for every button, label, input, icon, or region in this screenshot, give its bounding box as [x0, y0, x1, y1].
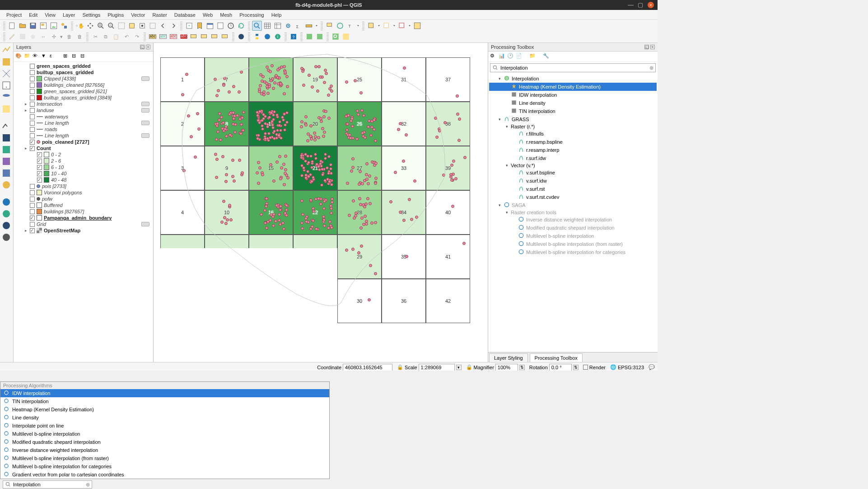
layer-item[interactable]: 6 - 10: [14, 164, 152, 170]
zoom-next-icon[interactable]: [168, 21, 178, 31]
layer-checkbox[interactable]: [30, 108, 35, 113]
menu-vector[interactable]: Vector: [127, 11, 149, 19]
copy-icon[interactable]: ⧉: [101, 32, 111, 42]
layer-checkbox[interactable]: [30, 127, 35, 132]
layer-style-icon[interactable]: 🎨: [15, 53, 23, 60]
layer-item[interactable]: ▸OpenStreetMap: [14, 227, 152, 234]
panel-close-icon[interactable]: ×: [146, 45, 150, 49]
lock-icon[interactable]: 🔒: [466, 364, 472, 370]
menu-processing[interactable]: Processing: [236, 11, 267, 19]
proc-node[interactable]: ▾SAGA: [489, 201, 657, 209]
layer-item[interactable]: Voronoi polygons: [14, 189, 152, 196]
layer-checkbox[interactable]: [30, 95, 35, 100]
layer-checkbox[interactable]: [30, 89, 35, 94]
new-annotation-icon[interactable]: [335, 21, 345, 31]
proc-node[interactable]: v.surf.bspline: [489, 169, 657, 177]
menu-project[interactable]: Project: [3, 11, 25, 19]
layer-checkbox[interactable]: [37, 178, 42, 183]
layer-item[interactable]: buildings [827657]: [14, 208, 152, 215]
zoom-native-icon[interactable]: [148, 21, 158, 31]
layer-checkbox[interactable]: [30, 228, 35, 233]
proc-node[interactable]: Inverse distance weighted interpolation: [489, 216, 657, 224]
proc-node[interactable]: IDW interpolation: [489, 91, 657, 99]
add-virtual-icon[interactable]: [1, 103, 12, 114]
cut-icon[interactable]: ✂: [90, 32, 100, 42]
proc-history-icon[interactable]: 🕐: [507, 53, 514, 60]
scale-input[interactable]: [419, 364, 455, 371]
layer-item[interactable]: builtup_spaces_gridded [3849]: [14, 94, 152, 101]
label-tool6-icon[interactable]: [200, 32, 210, 42]
refresh-icon[interactable]: [236, 21, 246, 31]
layer-item[interactable]: Clipped [4338]: [14, 75, 152, 82]
layer-item[interactable]: 40 - 48: [14, 177, 152, 183]
layer-expandall-icon[interactable]: ⊞: [63, 53, 70, 60]
proc-node[interactable]: v.surf.idw: [489, 177, 657, 185]
panel-close-icon[interactable]: ×: [650, 45, 655, 49]
edit-pencil-icon[interactable]: [7, 32, 17, 42]
python-icon[interactable]: [252, 32, 262, 42]
delete-icon[interactable]: 🗑: [64, 32, 74, 42]
rotation-input[interactable]: [549, 364, 572, 371]
proc-node[interactable]: ▾Raster (r.*): [489, 123, 657, 130]
scale-dropdown-icon[interactable]: ▾: [456, 365, 462, 370]
layer-checkbox[interactable]: [30, 70, 35, 75]
proc-results-icon[interactable]: 📁: [529, 53, 537, 60]
mag-spin-icon[interactable]: ⇅: [519, 365, 525, 370]
select-expr-dropdown-icon[interactable]: [392, 21, 397, 31]
layer-item[interactable]: buildings_cleaned [827656]: [14, 82, 152, 88]
save-icon[interactable]: [28, 21, 38, 31]
layer-checkbox[interactable]: [30, 197, 35, 202]
temporal-controller-icon[interactable]: [226, 21, 236, 31]
label-abc-icon[interactable]: abc: [148, 32, 158, 42]
label-tool5-icon[interactable]: [189, 32, 199, 42]
layer-item[interactable]: Buffered: [14, 202, 152, 208]
panel-undock-icon[interactable]: ◱: [140, 45, 145, 49]
proc-gear-icon[interactable]: ⚙: [490, 53, 497, 60]
field-calc-icon[interactable]: [273, 21, 283, 31]
zoom-last-icon[interactable]: [158, 21, 168, 31]
label-tool2-icon[interactable]: abc: [158, 32, 168, 42]
osm-tool2-icon[interactable]: [315, 32, 325, 42]
label-tool7-icon[interactable]: [210, 32, 220, 42]
zoom-layer-icon[interactable]: [137, 21, 147, 31]
layer-item[interactable]: pois_cleaned [2727]: [14, 139, 152, 145]
node-tool-icon[interactable]: ✢: [49, 32, 59, 42]
coord-input[interactable]: [343, 364, 392, 371]
zoom-full-icon[interactable]: [117, 21, 126, 31]
layer-filter-icon[interactable]: ▼: [41, 53, 48, 60]
proc-script-icon[interactable]: 📄: [516, 53, 523, 60]
layer-item[interactable]: pofw: [14, 196, 152, 202]
menu-mesh[interactable]: Mesh: [216, 11, 236, 19]
add-delimited-icon[interactable]: ,: [1, 80, 12, 91]
proc-node[interactable]: Multilevel b-spline interpolation: [489, 232, 657, 240]
layer-checkbox[interactable]: [30, 83, 35, 88]
select-all-icon[interactable]: [412, 21, 422, 31]
undo-icon[interactable]: ↶: [121, 32, 131, 42]
pan-to-selection-icon[interactable]: [85, 21, 95, 31]
new-geopackage-icon[interactable]: [1, 144, 12, 155]
close-icon[interactable]: ×: [648, 2, 654, 8]
proc-node[interactable]: Heatmap (Kernel Density Estimation): [489, 83, 657, 91]
menu-edit[interactable]: Edit: [25, 11, 41, 19]
menu-view[interactable]: View: [41, 11, 59, 19]
rot-spin-icon[interactable]: ⇅: [573, 365, 579, 370]
menu-plugins[interactable]: Plugins: [104, 11, 127, 19]
trash-icon[interactable]: 🗑: [75, 32, 84, 42]
measure-icon[interactable]: [304, 21, 314, 31]
text-dropdown-icon[interactable]: [356, 21, 360, 31]
layer-expression-icon[interactable]: ε: [50, 53, 57, 60]
layer-checkbox[interactable]: [30, 76, 35, 81]
label-tool3-icon[interactable]: abc: [168, 32, 178, 42]
menu-layer[interactable]: Layer: [59, 11, 79, 19]
layer-checkbox[interactable]: [30, 140, 35, 145]
proc-node[interactable]: r.fillnulls: [489, 130, 657, 138]
pan-icon[interactable]: ✋: [75, 21, 85, 31]
attribute-table-icon[interactable]: [262, 21, 272, 31]
add-mesh-icon[interactable]: [1, 68, 12, 79]
proc-node[interactable]: Modified quadratic shepard interpolation: [489, 224, 657, 232]
layer-checkbox[interactable]: [30, 184, 35, 189]
new-project-icon[interactable]: [7, 21, 17, 31]
proc-node[interactable]: r.resamp.bspline: [489, 138, 657, 146]
layer-item[interactable]: green_spaces_gridded: [14, 63, 152, 69]
layers-tree[interactable]: green_spaces_griddedbuiltup_spaces_gridd…: [14, 62, 153, 362]
